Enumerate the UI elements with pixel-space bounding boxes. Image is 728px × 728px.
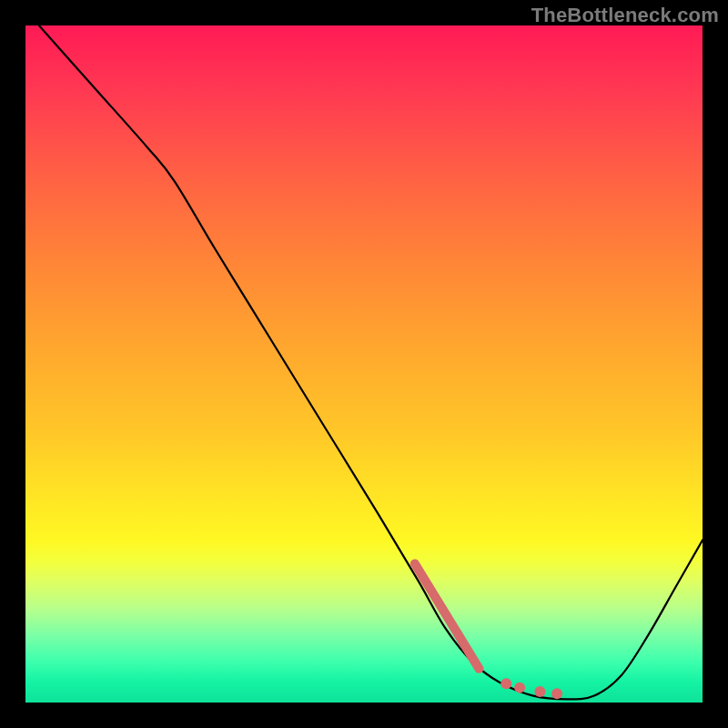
highlight-dot (514, 682, 525, 693)
highlight-dots (500, 678, 562, 699)
watermark-text: TheBottleneck.com (531, 4, 719, 27)
chart-area (25, 25, 703, 703)
chart-svg (25, 25, 703, 703)
highlight-dot (500, 678, 511, 689)
highlight-dot (534, 686, 545, 697)
highlight-segment (415, 563, 480, 668)
bottleneck-curve (39, 25, 703, 699)
highlight-dot (551, 688, 562, 699)
